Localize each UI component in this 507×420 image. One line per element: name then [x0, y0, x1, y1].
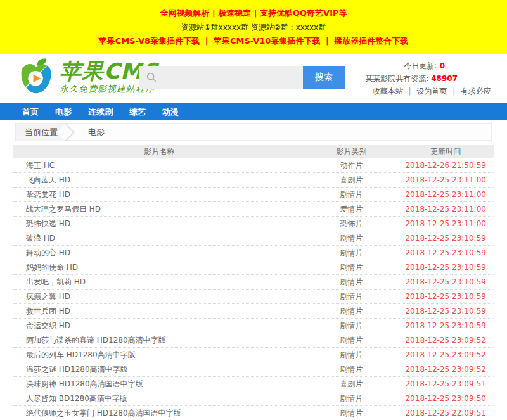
movie-name-link[interactable]: 阿加莎与谋杀的真谛 HD1280高清中字版: [26, 333, 305, 347]
table-row: 破浪 HD剧情片2018-12-25 23:10:59: [13, 231, 494, 246]
movie-time-cell: 2018-12-25 23:11:00: [397, 173, 494, 187]
movie-name-cell: 决味厨神 HD1280高清国语中字版: [13, 377, 305, 391]
quick-link[interactable]: 收藏本站: [373, 87, 403, 96]
movie-name-cell: 最后的列车 HD1280高清中字版: [13, 348, 305, 362]
site-logo[interactable]: 苹果CMS 永久免费影视建站程序: [18, 58, 158, 97]
table-row: 阿加莎与谋杀的真谛 HD1280高清中字版剧情片2018-12-25 23:09…: [13, 333, 494, 348]
movie-category-cell: 剧情片: [305, 260, 398, 274]
movie-time-cell: 2018-12-25 23:10:59: [397, 246, 494, 260]
table-row: 决味厨神 HD1280高清国语中字版喜剧片2018-12-25 23:09:51: [13, 377, 494, 391]
movie-name-cell: 破浪 HD: [13, 231, 305, 245]
movie-name-link[interactable]: 绝代偃师之玉女掌门 HD1280高清国语中字版: [26, 406, 305, 420]
today-update-value: 0: [440, 61, 445, 70]
movie-time-cell: 2018-12-25 23:09:52: [397, 333, 494, 347]
header-quick-links: 收藏本站 | 设为首页 | 有求必应: [373, 86, 491, 97]
movie-name-link[interactable]: 挚恋棠花 HD: [26, 188, 305, 201]
breadcrumb: 当前位置电影: [15, 123, 492, 141]
movie-name-link[interactable]: 战大理之罗马假日 HD: [26, 202, 305, 216]
movie-category-cell: 爱情片: [305, 202, 398, 216]
column-header-category: 影片类别: [305, 145, 398, 158]
total-resource-stat: 某某影院共有资源:48907: [365, 73, 458, 84]
movie-category-cell: 恐怖片: [305, 217, 398, 231]
movie-name-link[interactable]: 海王 HC: [26, 158, 305, 172]
search-input[interactable]: [139, 66, 303, 89]
movie-name-cell: 舞动的心 HD: [13, 246, 305, 260]
nav-item-1[interactable]: 首页: [14, 104, 47, 120]
movie-category-cell: 剧情片: [305, 275, 398, 289]
movie-name-link[interactable]: 命运交织 HD: [26, 319, 305, 333]
movie-name-cell: 妈妈的使命 HD: [13, 260, 305, 274]
movie-name-link[interactable]: 妈妈的使命 HD: [26, 260, 305, 274]
promo-link[interactable]: 苹果CMS-V8采集插件下载: [99, 36, 200, 46]
movie-name-link[interactable]: 恐怖快递 HD: [26, 217, 305, 231]
table-row: 绝代偃师之玉女掌门 HD1280高清国语中字版剧情片2018-12-25 22:…: [13, 406, 494, 420]
movie-name-link[interactable]: 舞动的心 HD: [26, 246, 305, 260]
movie-name-cell: 挚恋棠花 HD: [13, 188, 305, 201]
table-row: 温莎之谜 HD1280高清中字版剧情片2018-12-25 23:09:52: [13, 362, 494, 377]
movie-time-cell: 2018-12-25 23:11:00: [397, 217, 494, 231]
search-button[interactable]: 搜索: [303, 66, 345, 89]
promo-link[interactable]: 播放器插件整合下载: [334, 36, 408, 46]
movie-name-link[interactable]: 疯癫之翼 HD: [26, 290, 305, 303]
table-row: 战大理之罗马假日 HD爱情片2018-12-25 23:11:00: [13, 202, 494, 217]
nav-item-4[interactable]: 综艺: [121, 104, 154, 120]
quick-link[interactable]: 设为首页: [416, 87, 447, 96]
promo-line-1[interactable]: 全网视频解析 | 极速稳定 | 支持优酷QQ奇艺VIP等: [0, 8, 507, 22]
movie-name-link[interactable]: 飞向蓝天 HD: [26, 173, 305, 187]
movie-time-cell: 2018-12-25 23:10:59: [397, 290, 494, 303]
movie-category-cell: 剧情片: [305, 188, 398, 201]
movie-category-cell: 剧情片: [305, 406, 398, 420]
movie-name-link[interactable]: 温莎之谜 HD1280高清中字版: [26, 362, 305, 376]
movie-time-cell: 2018-12-25 23:09:50: [397, 391, 494, 405]
search-bar: 搜索: [139, 66, 345, 89]
movie-time-cell: 2018-12-25 23:09:51: [397, 377, 494, 391]
movie-time-cell: 2018-12-25 23:10:59: [397, 231, 494, 245]
movie-category-cell: 剧情片: [305, 391, 398, 405]
movie-category-cell: 喜剧片: [305, 173, 398, 187]
movie-time-cell: 2018-12-25 23:11:00: [397, 202, 494, 216]
movie-name-link[interactable]: 破浪 HD: [26, 231, 305, 245]
breadcrumb-current[interactable]: 电影: [88, 127, 105, 137]
movie-name-link[interactable]: 人尽皆知 BD1280高清中字版: [26, 391, 305, 405]
movie-category-cell: 剧情片: [305, 333, 398, 347]
nav-item-2[interactable]: 电影: [47, 104, 80, 120]
movie-time-cell: 2018-12-25 23:10:59: [397, 304, 494, 318]
movie-name-cell: 救世兵团 HD: [13, 304, 305, 318]
apple-play-icon: [18, 58, 55, 97]
table-row: 命运交织 HD剧情片2018-12-25 23:10:59: [13, 319, 494, 333]
movie-name-link[interactable]: 最后的列车 HD1280高清中字版: [26, 348, 305, 362]
movie-name-cell: 阿加莎与谋杀的真谛 HD1280高清中字版: [13, 333, 305, 347]
movie-time-cell: 2018-12-26 21:50:59: [397, 158, 494, 172]
movie-name-link[interactable]: 出发吧，凯莉 HD: [26, 275, 305, 289]
total-resource-value: 48907: [431, 74, 458, 83]
table-row: 飞向蓝天 HD喜剧片2018-12-25 23:11:00: [13, 173, 494, 188]
movie-category-cell: 喜剧片: [305, 377, 398, 391]
table-row: 最后的列车 HD1280高清中字版剧情片2018-12-25 23:09:52: [13, 348, 494, 362]
movie-table-header: 影片名称 影片类别 更新时间: [13, 145, 494, 158]
promo-banner: 全网视频解析 | 极速稳定 | 支持优酷QQ奇艺VIP等 资源站①群xxxxx群…: [0, 0, 507, 54]
table-row: 疯癫之翼 HD剧情片2018-12-25 23:10:59: [13, 290, 494, 304]
nav-item-5[interactable]: 动漫: [154, 104, 187, 120]
movie-table: 影片名称 影片类别 更新时间 海王 HC动作片2018-12-26 21:50:…: [13, 145, 494, 420]
column-header-name: 影片名称: [13, 145, 305, 158]
movie-category-cell: 剧情片: [305, 319, 398, 333]
separator: |: [447, 87, 461, 96]
movie-time-cell: 2018-12-25 23:09:52: [397, 362, 494, 376]
movie-name-cell: 恐怖快递 HD: [13, 217, 305, 231]
breadcrumb-label: 当前位置: [16, 124, 67, 141]
movie-name-cell: 出发吧，凯莉 HD: [13, 275, 305, 289]
nav-item-3[interactable]: 连续剧: [80, 104, 121, 120]
movie-category-cell: 剧情片: [305, 362, 398, 376]
table-row: 救世兵团 HD剧情片2018-12-25 23:10:59: [13, 304, 494, 319]
promo-line-2: 资源站①群xxxxx群 资源站②群：xxxxx群: [0, 22, 507, 36]
site-header: 苹果CMS 永久免费影视建站程序 搜索 今日更新:0 某某影院共有资源:4890…: [0, 54, 507, 103]
promo-link[interactable]: 苹果CMS-V10采集插件下载: [214, 36, 320, 46]
movie-name-link[interactable]: 救世兵团 HD: [26, 304, 305, 318]
total-resource-label: 某某影院共有资源:: [365, 74, 428, 83]
movie-name-link[interactable]: 决味厨神 HD1280高清国语中字版: [26, 377, 305, 391]
movie-category-cell: 剧情片: [305, 304, 398, 318]
quick-link[interactable]: 有求必应: [461, 87, 491, 96]
separator: |: [403, 87, 417, 96]
movie-name-cell: 海王 HC: [13, 158, 305, 172]
movie-category-cell: 剧情片: [305, 290, 398, 303]
